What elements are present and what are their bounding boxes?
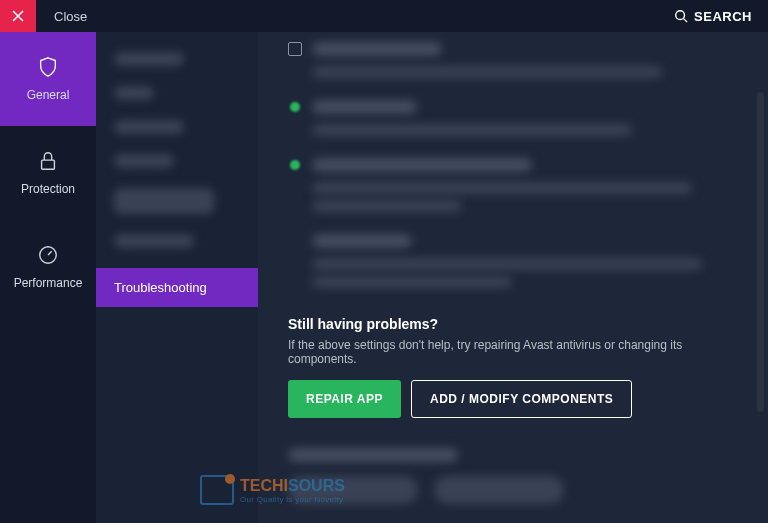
troubleshoot-heading: Still having problems? (288, 316, 738, 332)
watermark-icon (200, 475, 234, 505)
repair-app-button[interactable]: REPAIR APP (288, 380, 401, 418)
troubleshoot-section: Still having problems? If the above sett… (288, 316, 738, 418)
setting-title-blurred (312, 100, 417, 114)
setting-desc-blurred (312, 258, 702, 270)
search-label: SEARCH (694, 9, 752, 24)
svg-rect-1 (42, 160, 55, 169)
blurred-button[interactable] (434, 476, 564, 504)
search-icon (674, 9, 688, 23)
scrollbar[interactable] (757, 92, 764, 412)
setting-title-blurred (312, 158, 532, 172)
sidebar-item-label: Protection (21, 182, 75, 196)
settings-subnav: Troubleshooting (96, 32, 258, 523)
sidebar: General Protection Performance (0, 32, 96, 523)
shield-icon (37, 56, 59, 78)
close-icon (12, 10, 24, 22)
setting-desc-blurred (312, 66, 662, 78)
subnav-item-blurred[interactable] (114, 188, 214, 214)
subnav-item-blurred[interactable] (114, 154, 174, 168)
subnav-item-blurred[interactable] (114, 52, 184, 66)
title-bar: Close SEARCH (0, 0, 768, 32)
sidebar-item-general[interactable]: General (0, 32, 96, 126)
setting-title-blurred (312, 234, 412, 248)
subnav-item-blurred[interactable] (114, 120, 184, 134)
subnav-item-blurred[interactable] (114, 234, 194, 248)
search-button[interactable]: SEARCH (674, 0, 752, 32)
setting-title-blurred (288, 448, 458, 462)
watermark-tagline: Our Quality is your Novelty (240, 495, 345, 504)
setting-row (288, 234, 738, 288)
sidebar-item-performance[interactable]: Performance (0, 220, 96, 314)
setting-desc-blurred (312, 124, 632, 136)
watermark: TECHISOURS Our Quality is your Novelty (200, 475, 345, 505)
subnav-item-blurred[interactable] (114, 86, 154, 100)
setting-desc-blurred (312, 200, 462, 212)
subnav-item-label: Troubleshooting (114, 280, 207, 295)
watermark-brand: TECHISOURS (240, 477, 345, 495)
sidebar-item-label: General (27, 88, 70, 102)
troubleshoot-description: If the above settings don't help, try re… (288, 338, 738, 366)
setting-row (288, 42, 738, 78)
subnav-item-troubleshooting[interactable]: Troubleshooting (96, 268, 258, 307)
close-button[interactable] (0, 0, 36, 32)
setting-row (288, 158, 738, 212)
setting-row (288, 448, 738, 504)
lock-icon (37, 150, 59, 172)
gauge-icon (37, 244, 59, 266)
setting-desc-blurred (312, 276, 512, 288)
setting-desc-blurred (312, 182, 692, 194)
status-dot (290, 102, 300, 112)
sidebar-item-label: Performance (14, 276, 83, 290)
content-pane: Still having problems? If the above sett… (258, 32, 768, 523)
sidebar-item-protection[interactable]: Protection (0, 126, 96, 220)
add-modify-components-button[interactable]: ADD / MODIFY COMPONENTS (411, 380, 632, 418)
setting-row (288, 100, 738, 136)
checkbox[interactable] (288, 42, 302, 56)
status-dot (290, 160, 300, 170)
svg-point-0 (676, 11, 685, 20)
setting-title-blurred (312, 42, 442, 56)
close-label: Close (54, 9, 87, 24)
